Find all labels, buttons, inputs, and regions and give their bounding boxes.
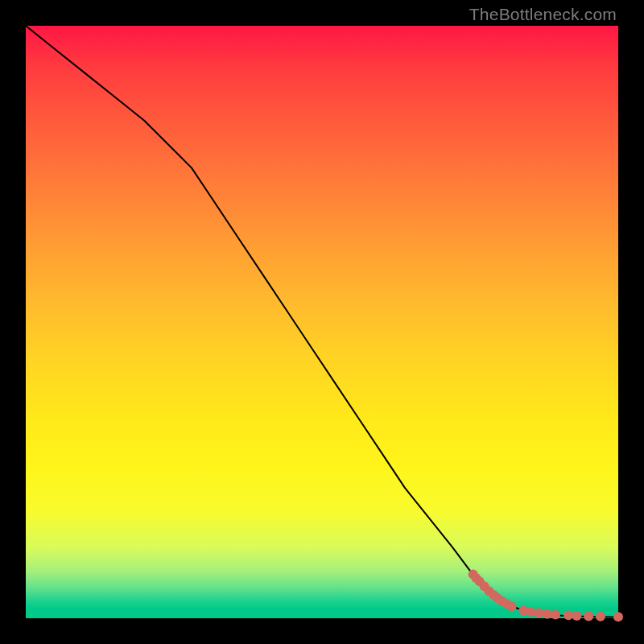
curve-dot: [596, 612, 605, 621]
chart-svg: [26, 26, 618, 618]
plot-area: [26, 26, 618, 618]
bottleneck-curve: [26, 26, 618, 617]
curve-dot: [613, 612, 623, 621]
curve-dots-group: [469, 570, 623, 622]
curve-dot: [526, 607, 535, 617]
curve-dot: [564, 610, 573, 620]
chart-stage: TheBottleneck.com: [0, 0, 644, 644]
watermark-text: TheBottleneck.com: [469, 5, 617, 24]
curve-dot: [551, 610, 560, 620]
curve-dot: [534, 608, 543, 617]
curve-dot: [572, 611, 581, 621]
curve-dot: [584, 611, 593, 621]
curve-dot: [507, 601, 517, 611]
curve-dot: [543, 609, 552, 619]
